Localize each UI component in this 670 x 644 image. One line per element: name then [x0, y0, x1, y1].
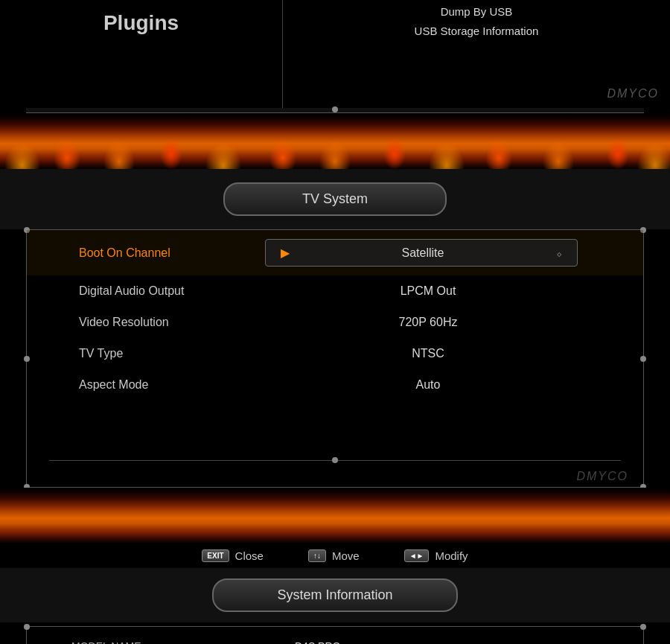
digital-audio-row[interactable]: Digital Audio Output LPCM Out [27, 275, 643, 307]
modify-icon: ◄► [404, 549, 430, 562]
boot-on-channel-value-container[interactable]: ▶ Satellite ⬦ [265, 239, 578, 267]
move-label: Move [332, 549, 360, 562]
model-name-label: MODEL NAME [71, 640, 295, 644]
dump-by-usb[interactable]: Dump By USB [441, 4, 513, 19]
aspect-mode-value: Auto [265, 378, 591, 392]
digital-audio-label: Digital Audio Output [79, 284, 265, 298]
model-name-row: MODEL NAME D4S PRO [71, 634, 599, 644]
exit-icon: EXIT [202, 549, 229, 562]
video-resolution-label: Video Resolution [79, 316, 265, 329]
video-resolution-value: 720P 60Hz [265, 316, 591, 329]
fire-banner-top [0, 113, 670, 169]
digital-audio-value: LPCM Out [265, 284, 591, 298]
fire-banner-bottom [0, 488, 670, 543]
plugins-title: Plugins [15, 11, 267, 35]
mid-section: TV System [0, 169, 670, 229]
tv-type-row[interactable]: TV Type NTSC [27, 338, 643, 369]
info-table: MODEL NAME D4S PRO SOFTWARE VERSION V 1.… [26, 626, 644, 644]
boot-on-channel-label: Boot On Channel [79, 246, 265, 260]
plugins-area: Plugins [0, 0, 283, 108]
settings-panel: Boot On Channel ▶ Satellite ⬦ Digital Au… [26, 229, 644, 488]
modify-control[interactable]: ◄► Modify [404, 549, 468, 562]
move-control[interactable]: ↑↓ Move [308, 549, 360, 562]
arrow-left-icon: ▶ [281, 246, 290, 260]
modify-label: Modify [435, 549, 468, 562]
usb-storage-info[interactable]: USB Storage Information [415, 23, 539, 39]
updown-arrows-icon: ⬦ [556, 247, 562, 259]
watermark-top: DMYCO [607, 87, 659, 101]
aspect-mode-label: Aspect Mode [79, 378, 265, 392]
system-info-button[interactable]: System Information [212, 578, 458, 612]
tv-type-value: NTSC [265, 347, 591, 360]
watermark-mid: DMYCO [27, 470, 643, 487]
tv-type-label: TV Type [79, 347, 265, 360]
boot-on-channel-row[interactable]: Boot On Channel ▶ Satellite ⬦ [27, 230, 643, 275]
move-icon: ↑↓ [308, 549, 326, 562]
close-control[interactable]: EXIT Close [202, 549, 264, 562]
model-name-value: D4S PRO [295, 640, 340, 644]
aspect-mode-row[interactable]: Aspect Mode Auto [27, 369, 643, 401]
top-section: Plugins Dump By USB USB Storage Informat… [0, 0, 670, 108]
video-resolution-row[interactable]: Video Resolution 720P 60Hz [27, 307, 643, 338]
close-label: Close [235, 549, 264, 562]
bottom-controls: EXIT Close ↑↓ Move ◄► Modify [0, 543, 670, 568]
sys-info-section: System Information [0, 568, 670, 622]
tv-system-button[interactable]: TV System [223, 182, 447, 216]
boot-on-channel-value: Satellite [301, 246, 545, 260]
